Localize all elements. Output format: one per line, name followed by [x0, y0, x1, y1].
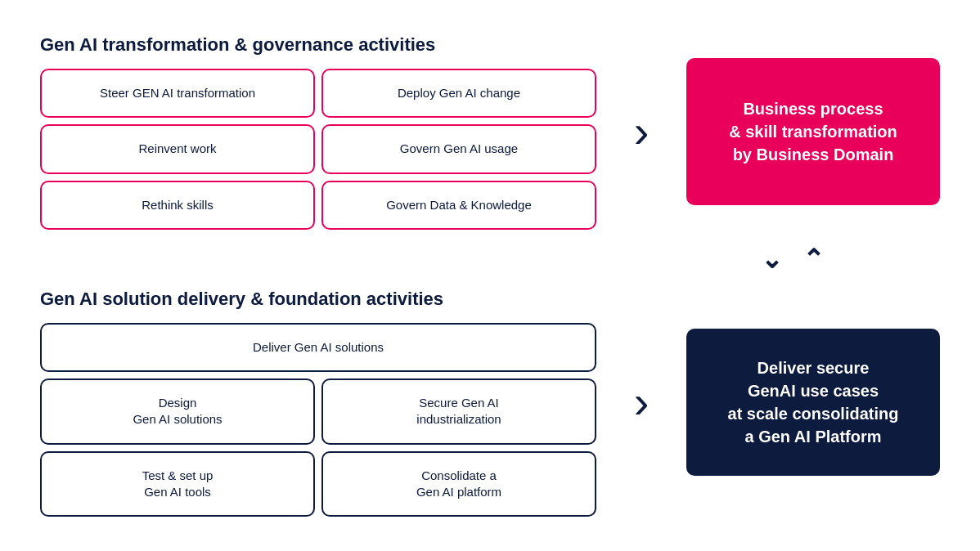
- section1-left: Gen AI transformation & governance activ…: [40, 34, 596, 230]
- arrow-icon-1: ›: [634, 109, 650, 155]
- section2-title: Gen AI solution delivery & foundation ac…: [40, 289, 596, 310]
- main-container: Gen AI transformation & governance activ…: [40, 18, 940, 533]
- arrow-right-1: ›: [621, 109, 662, 155]
- result-text-1: Business process& skill transformationby…: [729, 97, 897, 166]
- result-box-dark: Deliver secureGenAI use casesat scale co…: [686, 329, 940, 476]
- result-text-2: Deliver secureGenAI use casesat scale co…: [728, 356, 899, 448]
- arrow-right-2: ›: [621, 379, 662, 425]
- section-transformation: Gen AI transformation & governance activ…: [40, 34, 940, 230]
- chevrons-row: ⌄ ⌃: [40, 246, 940, 272]
- cell-govern-data: Govern Data & Knowledge: [321, 181, 596, 230]
- chevron-up-icon: ⌃: [802, 246, 825, 272]
- arrow-icon-2: ›: [634, 379, 650, 425]
- cell-steer: Steer GEN AI transformation: [40, 69, 315, 118]
- chevron-down-icon: ⌄: [761, 246, 783, 272]
- section2-grid: Deliver Gen AI solutions DesignGen AI so…: [40, 323, 596, 517]
- cell-secure: Secure Gen AIindustrialization: [321, 379, 596, 445]
- cell-reinvent: Reinvent work: [40, 124, 315, 173]
- section1-grid: Steer GEN AI transformation Deploy Gen A…: [40, 69, 596, 230]
- cell-govern-usage: Govern Gen AI usage: [321, 124, 596, 173]
- result-box-pink: Business process& skill transformationby…: [686, 58, 940, 205]
- section1-title: Gen AI transformation & governance activ…: [40, 34, 596, 56]
- cell-rethink: Rethink skills: [40, 181, 315, 230]
- section-delivery: Gen AI solution delivery & foundation ac…: [40, 289, 940, 517]
- cell-design: DesignGen AI solutions: [40, 379, 315, 445]
- cell-test: Test & set upGen AI tools: [40, 451, 315, 517]
- section2-left: Gen AI solution delivery & foundation ac…: [40, 289, 596, 517]
- cell-deploy: Deploy Gen AI change: [321, 69, 596, 118]
- cell-deliver: Deliver Gen AI solutions: [40, 323, 596, 372]
- cell-consolidate: Consolidate aGen AI platform: [321, 451, 596, 517]
